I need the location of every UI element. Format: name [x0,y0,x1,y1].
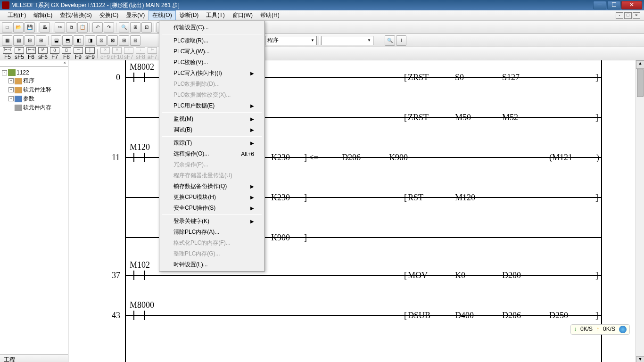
copy-button[interactable]: ⧉ [66,22,76,33]
menu-7[interactable]: 工具(T) [202,10,228,20]
tree-expand-icon[interactable]: + [8,78,14,83]
program-type-combo[interactable]: 程序▼ [265,36,317,45]
menu-item-10[interactable]: 监视(M)▶ [160,114,264,124]
funckey-sF9[interactable]: │sF9 [84,47,96,60]
menu-item-19[interactable]: 安全CPU操作(S)▶ [160,203,264,214]
find-button[interactable]: 🔍 [119,22,129,33]
ladder-cmp-token: K230 [271,153,290,163]
menu-2[interactable]: 查找/替换(S) [56,10,95,20]
menu-8[interactable]: 窗口(W) [229,10,256,20]
ladder-cmp-token: D206 [342,153,361,163]
paste-button[interactable]: 📋 [77,22,88,33]
menu-item-3[interactable]: PLC写入(W)... [160,46,264,57]
app-icon [2,1,9,9]
menu-6[interactable]: 诊断(D) [176,10,203,20]
minimize-button[interactable]: ─ [593,1,606,9]
scroll-down-button[interactable]: ▼ [636,356,644,362]
tool2-button-3[interactable]: ⊟ [25,35,35,46]
sidebar-tab-project[interactable]: 工程 [0,354,68,362]
funckey-F8[interactable]: []F8 [61,47,72,60]
mdi-restore-button[interactable]: □ [624,12,632,19]
cut-button[interactable]: ✂ [55,22,65,33]
menu-1[interactable]: 编辑(E) [30,10,56,20]
ladder-cmp-token: <= [309,153,318,163]
ie-icon[interactable] [619,326,627,333]
tool2-button-6[interactable]: ⬒ [62,35,73,46]
mdi-close-button[interactable]: × [633,12,640,19]
tool2-button-13[interactable]: 🔍 [385,35,395,46]
save-button[interactable]: 💾 [25,22,35,33]
funckey-sF6[interactable]: ⊬sF6 [37,47,49,60]
tool2-button-9[interactable]: ⊡ [96,35,107,46]
menu-item-4[interactable]: PLC校验(V)... [160,57,264,68]
funckey-F5[interactable]: ⊢⊣F5 [2,47,13,60]
menu-item-11[interactable]: 调试(B)▶ [160,124,264,135]
tool2-button-4[interactable]: ⊞ [36,35,46,46]
menu-0[interactable]: 工程(F) [4,10,30,20]
funckey-cF9[interactable]: ✕cF9 [99,47,111,60]
funckey-cF10[interactable]: ✕cF10 [111,47,123,60]
tree-node-2[interactable]: +参数 [8,94,66,103]
funckey-F6[interactable]: ⊢⊣F6 [25,47,37,60]
tool2-button-1[interactable]: ▦ [2,35,12,46]
ladder-canvas[interactable]: M80020[ZRSTS0S127][ZRSTM50M52]M12011K230… [68,60,644,362]
tree-collapse-icon[interactable]: - [2,70,7,75]
menu-item-0[interactable]: 传输设置(C)... [160,22,264,33]
redo-button[interactable]: ↷ [104,22,114,33]
menu-item-label: PLC写入(W)... [173,48,210,56]
menu-item-label: 登录关键字(K) [173,217,209,225]
undo-button[interactable]: ↶ [92,22,103,33]
toolbar-1: □ 📂 💾 🖶 ✂ ⧉ 📋 ↶ ↷ 🔍 ⊞ ⊡ ▦ [0,21,644,34]
new-button[interactable]: □ [2,22,12,33]
tool2-button-14[interactable]: ⊺ [396,35,406,46]
menu-9[interactable]: 帮助(H) [256,10,283,20]
tool2-button-2[interactable]: ▤ [13,35,24,46]
tree-node-1[interactable]: +软元件注释 [8,85,66,94]
tool2-button-10[interactable]: ⊠ [107,35,118,46]
maximize-button[interactable]: ☐ [607,1,620,9]
tree-expand-icon[interactable]: + [8,96,14,101]
tool2-button-7[interactable]: ◧ [74,35,84,46]
funckey-sF8[interactable]: ↓sF8 [135,47,146,60]
funckey-F9[interactable]: ─F9 [73,47,84,60]
scroll-up-button[interactable]: ▲ [636,60,644,69]
tool2-button-5[interactable]: ⬓ [51,35,61,46]
menu-item-22[interactable]: 清除PLC内存(A)... [160,227,264,238]
menu-item-8[interactable]: PLC用户数据(E)▶ [160,100,264,111]
funckey-sF7[interactable]: ↑sF7 [123,47,134,60]
tool2-button-11[interactable]: ⊞ [119,35,129,46]
sidebar-close-button[interactable]: × [0,60,68,67]
menu-5[interactable]: 在线(O) [149,10,175,20]
funckey-aF7[interactable]: ⊢aF7 [147,47,158,60]
close-button[interactable]: ✕ [621,1,642,9]
menu-item-5[interactable]: PLC写入(快闪卡)(I)▶ [160,68,264,79]
tool2-button-8[interactable]: ◨ [85,35,95,46]
menu-item-21[interactable]: 登录关键字(K)▶ [160,216,264,227]
menu-item-17[interactable]: 锁存数据备份操作(Q)▶ [160,181,264,192]
project-tree[interactable]: - 1122 +程序+软元件注释+参数软元件内存 [0,67,68,354]
menu-item-25[interactable]: 时钟设置(L)... [160,259,264,270]
open-button[interactable]: 📂 [13,22,24,33]
mdi-minimize-button[interactable]: - [616,12,623,19]
menu-4[interactable]: 显示(V) [122,10,149,20]
menu-item-15: 冗余操作(P)... [160,159,264,170]
tool2-button-12[interactable]: ⊟ [130,35,140,46]
tool-button-2[interactable]: ⊞ [130,22,140,33]
funckey-sF5[interactable]: ⊬sF5 [14,47,25,60]
scroll-thumb[interactable] [637,69,644,97]
program-name-combo[interactable]: ▼ [322,36,373,45]
funckey-F7[interactable]: ()F7 [49,47,60,60]
tool-button-3[interactable]: ⊡ [141,22,152,33]
vertical-scrollbar[interactable]: ▲ ▼ [636,60,644,362]
tree-root-node[interactable]: - 1122 [2,69,66,76]
tree-node-3[interactable]: 软元件内存 [8,103,66,112]
print-button[interactable]: 🖶 [40,22,50,33]
ladder-instr-token: M50 [455,113,471,123]
menu-item-18[interactable]: 更换CPU模块(H)▶ [160,192,264,203]
menu-3[interactable]: 变换(C) [96,10,123,20]
tree-expand-icon[interactable]: + [8,87,14,92]
menu-item-2[interactable]: PLC读取(R)... [160,35,264,46]
menu-item-13[interactable]: 跟踪(T)▶ [160,138,264,148]
menu-item-14[interactable]: 远程操作(O)...Alt+6 [160,148,264,159]
tree-node-0[interactable]: +程序 [8,76,66,85]
